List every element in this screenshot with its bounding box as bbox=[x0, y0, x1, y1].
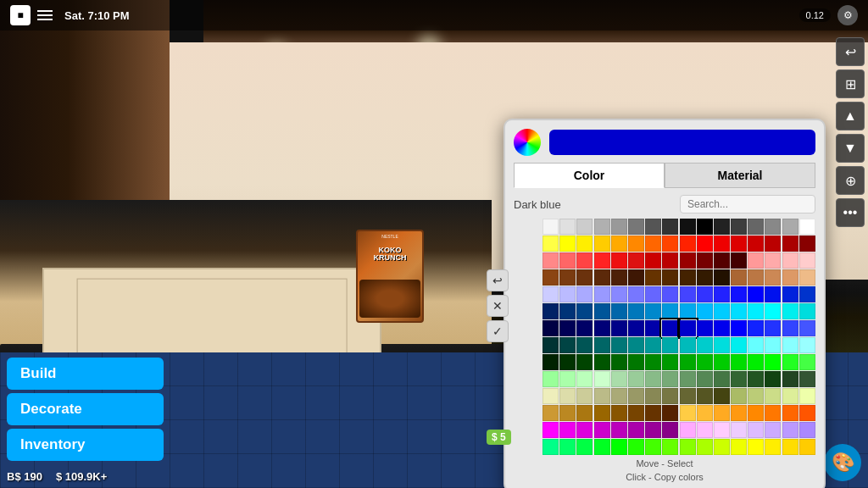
color-cell[interactable] bbox=[628, 337, 644, 353]
undo-ctrl-button[interactable]: ↩ bbox=[487, 269, 509, 291]
color-cell[interactable] bbox=[594, 269, 610, 286]
color-cell[interactable] bbox=[559, 252, 576, 269]
color-cell[interactable] bbox=[628, 252, 644, 269]
color-cell[interactable] bbox=[645, 320, 661, 336]
color-cell[interactable] bbox=[645, 337, 661, 353]
color-cell[interactable] bbox=[765, 337, 781, 353]
color-cell[interactable] bbox=[731, 371, 747, 387]
color-cell[interactable] bbox=[662, 236, 678, 252]
color-cell[interactable] bbox=[611, 354, 627, 370]
color-cell[interactable] bbox=[697, 337, 713, 353]
color-cell[interactable] bbox=[542, 320, 559, 336]
color-cell[interactable] bbox=[748, 236, 764, 252]
color-search-input[interactable] bbox=[680, 195, 815, 214]
color-cell[interactable] bbox=[782, 354, 798, 370]
color-cell[interactable] bbox=[594, 354, 610, 370]
color-cell[interactable] bbox=[628, 422, 644, 438]
color-cell[interactable] bbox=[748, 405, 764, 421]
color-cell[interactable] bbox=[559, 303, 576, 319]
grid-button[interactable]: ⊞ bbox=[836, 69, 865, 98]
color-cell[interactable] bbox=[576, 354, 593, 370]
color-cell[interactable] bbox=[611, 219, 627, 235]
color-cell[interactable] bbox=[782, 337, 798, 353]
color-cell[interactable] bbox=[594, 320, 610, 336]
color-cell[interactable] bbox=[628, 388, 644, 404]
color-cell[interactable] bbox=[765, 422, 781, 438]
color-cell[interactable] bbox=[680, 286, 696, 302]
color-cell[interactable] bbox=[559, 405, 576, 421]
color-cell[interactable] bbox=[559, 371, 576, 387]
color-cell[interactable] bbox=[645, 422, 661, 438]
color-cell[interactable] bbox=[697, 388, 713, 404]
decorate-button[interactable]: Decorate bbox=[7, 393, 164, 425]
color-cell[interactable] bbox=[594, 405, 610, 421]
color-cell[interactable] bbox=[628, 439, 644, 455]
color-cell[interactable] bbox=[714, 286, 730, 302]
color-cell[interactable] bbox=[799, 269, 815, 286]
color-cell[interactable] bbox=[576, 236, 593, 252]
color-cell[interactable] bbox=[645, 388, 661, 404]
color-cell[interactable] bbox=[748, 354, 764, 370]
color-cell[interactable] bbox=[611, 388, 627, 404]
color-cell[interactable] bbox=[594, 286, 610, 302]
up-button[interactable]: ▲ bbox=[836, 102, 865, 130]
color-cell[interactable] bbox=[576, 269, 593, 286]
color-cell[interactable] bbox=[628, 371, 644, 387]
color-cell[interactable] bbox=[662, 354, 678, 370]
more-button[interactable]: ••• bbox=[836, 198, 865, 227]
color-cell[interactable] bbox=[714, 354, 730, 370]
color-cell[interactable] bbox=[731, 388, 747, 404]
color-cell[interactable] bbox=[765, 371, 781, 387]
color-cell[interactable] bbox=[782, 371, 798, 387]
color-cell[interactable] bbox=[594, 219, 610, 235]
color-cell[interactable] bbox=[645, 252, 661, 269]
color-cell[interactable] bbox=[645, 439, 661, 455]
color-cell[interactable] bbox=[594, 236, 610, 252]
color-cell[interactable] bbox=[628, 269, 644, 286]
color-cell[interactable] bbox=[594, 337, 610, 353]
color-cell[interactable] bbox=[799, 286, 815, 302]
color-cell[interactable] bbox=[714, 269, 730, 286]
color-cell[interactable] bbox=[714, 337, 730, 353]
color-cell[interactable] bbox=[542, 439, 559, 455]
color-cell[interactable] bbox=[542, 422, 559, 438]
color-cell[interactable] bbox=[559, 320, 576, 336]
color-cell[interactable] bbox=[748, 303, 764, 319]
color-cell[interactable] bbox=[697, 303, 713, 319]
color-cell[interactable] bbox=[697, 405, 713, 421]
color-cell[interactable] bbox=[611, 371, 627, 387]
color-cell[interactable] bbox=[559, 219, 576, 235]
color-cell[interactable] bbox=[645, 286, 661, 302]
color-cell[interactable] bbox=[680, 320, 696, 336]
color-cell[interactable] bbox=[714, 219, 730, 235]
color-cell[interactable] bbox=[799, 422, 815, 438]
color-cell[interactable] bbox=[645, 354, 661, 370]
color-cell[interactable] bbox=[628, 405, 644, 421]
color-cell[interactable] bbox=[662, 388, 678, 404]
color-cell[interactable] bbox=[628, 219, 644, 235]
color-cell[interactable] bbox=[662, 286, 678, 302]
color-cell[interactable] bbox=[782, 236, 798, 252]
color-cell[interactable] bbox=[680, 219, 696, 235]
inventory-button[interactable]: Inventory bbox=[7, 429, 164, 461]
menu-icon[interactable] bbox=[37, 7, 54, 24]
close-ctrl-button[interactable]: ✕ bbox=[487, 295, 509, 317]
color-cell[interactable] bbox=[782, 320, 798, 336]
color-cell[interactable] bbox=[645, 371, 661, 387]
color-cell[interactable] bbox=[714, 422, 730, 438]
color-cell[interactable] bbox=[799, 371, 815, 387]
color-cell[interactable] bbox=[662, 439, 678, 455]
material-tab[interactable]: Material bbox=[665, 163, 815, 188]
color-cell[interactable] bbox=[799, 252, 815, 269]
color-cell[interactable] bbox=[799, 219, 815, 235]
color-cell[interactable] bbox=[748, 371, 764, 387]
color-cell[interactable] bbox=[680, 439, 696, 455]
color-cell[interactable] bbox=[782, 219, 798, 235]
color-cell[interactable] bbox=[714, 371, 730, 387]
color-cell[interactable] bbox=[731, 286, 747, 302]
color-cell[interactable] bbox=[799, 354, 815, 370]
color-cell[interactable] bbox=[680, 236, 696, 252]
color-cell[interactable] bbox=[645, 405, 661, 421]
color-cell[interactable] bbox=[542, 354, 559, 370]
color-cell[interactable] bbox=[594, 422, 610, 438]
